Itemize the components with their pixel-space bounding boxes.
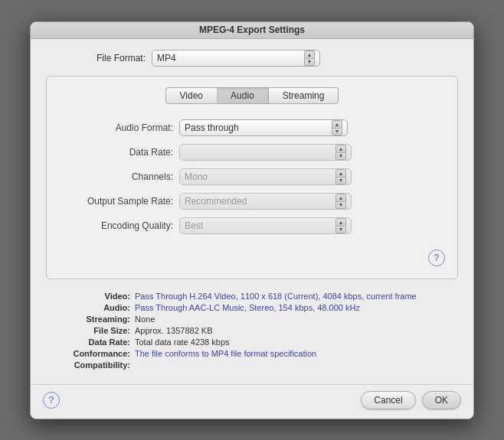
tabs-section: Video Audio Streaming Audio Format: Pass… <box>46 76 458 279</box>
stepper-down[interactable]: ▼ <box>304 58 315 66</box>
stepper-up: ▲ <box>335 194 346 201</box>
file-format-row: File Format: MP4 ▲ ▼ <box>46 50 458 67</box>
form-rows: Audio Format: Pass through ▲ ▼ Data Rate… <box>54 116 450 245</box>
stepper-up: ▲ <box>335 218 346 226</box>
file-format-label: File Format: <box>46 53 146 64</box>
sample-rate-value: Recommended <box>185 196 332 207</box>
stepper-up: ▲ <box>335 145 346 152</box>
data-rate-row: Data Rate: ▲ ▼ <box>54 144 450 161</box>
summary-datarate-value: Total data rate 4238 kbps <box>135 337 450 347</box>
summary-video: Video: Pass Through H.264 Video, 1100 x … <box>54 292 450 301</box>
summary-datarate-label: Data Rate: <box>54 337 130 347</box>
bottom-left: ? <box>43 392 60 409</box>
summary-compatibility-value <box>135 360 450 370</box>
titlebar: MPEG-4 Export Settings <box>31 22 473 39</box>
sample-rate-select: Recommended ▲ ▼ <box>179 193 352 210</box>
encoding-quality-select: Best ▲ ▼ <box>179 217 352 234</box>
channels-row: Channels: Mono ▲ ▼ <box>54 168 450 185</box>
stepper-down: ▼ <box>335 226 346 233</box>
summary-section: Video: Pass Through H.264 Video, 1100 x … <box>46 287 458 376</box>
summary-audio: Audio: Pass Through AAC-LC Music, Stereo… <box>54 303 450 312</box>
summary-audio-label: Audio: <box>54 303 130 312</box>
sample-rate-row: Output Sample Rate: Recommended ▲ ▼ <box>54 193 450 210</box>
channels-label: Channels: <box>54 171 173 182</box>
summary-filesize: File Size: Approx. 1357882 KB <box>54 326 450 335</box>
audio-format-select[interactable]: Pass through ▲ ▼ <box>179 119 348 136</box>
encoding-quality-row: Encoding Quality: Best ▲ ▼ <box>54 217 450 234</box>
summary-video-label: Video: <box>54 292 130 301</box>
ok-button[interactable]: OK <box>422 391 461 409</box>
bottom-bar: ? Cancel OK <box>31 384 473 419</box>
stepper-up: ▲ <box>335 169 346 177</box>
cancel-button[interactable]: Cancel <box>361 391 415 409</box>
summary-streaming: Streaming: None <box>54 315 450 324</box>
help-row: ? <box>54 249 450 266</box>
file-format-value: MP4 <box>157 53 301 64</box>
sample-rate-label: Output Sample Rate: <box>54 196 173 207</box>
audio-format-label: Audio Format: <box>54 122 173 133</box>
stepper-up[interactable]: ▲ <box>304 51 315 58</box>
sample-rate-stepper: ▲ ▼ <box>335 194 346 209</box>
file-format-select[interactable]: MP4 ▲ ▼ <box>152 50 320 67</box>
encoding-quality-value: Best <box>185 220 332 231</box>
channels-stepper: ▲ ▼ <box>335 169 346 184</box>
summary-conformance: Conformance: The file conforms to MP4 fi… <box>54 349 450 358</box>
data-rate-select: ▲ ▼ <box>179 144 352 161</box>
audio-format-row: Audio Format: Pass through ▲ ▼ <box>54 119 450 136</box>
tab-audio[interactable]: Audio <box>217 87 269 104</box>
bottom-right: Cancel OK <box>361 391 461 409</box>
channels-select: Mono ▲ ▼ <box>179 168 352 185</box>
summary-conformance-value: The file conforms to MP4 file format spe… <box>135 349 450 358</box>
summary-datarate: Data Rate: Total data rate 4238 kbps <box>54 337 450 347</box>
dialog-title: MPEG-4 Export Settings <box>199 24 305 35</box>
summary-filesize-value: Approx. 1357882 KB <box>135 326 450 335</box>
stepper-down: ▼ <box>335 177 346 184</box>
help-button[interactable]: ? <box>43 392 60 409</box>
audio-format-value: Pass through <box>185 122 329 133</box>
stepper-down: ▼ <box>335 152 346 160</box>
summary-video-value: Pass Through H.264 Video, 1100 x 618 (Cu… <box>135 292 450 301</box>
summary-filesize-label: File Size: <box>54 326 130 335</box>
stepper-down[interactable]: ▼ <box>332 128 342 135</box>
tab-bar: Video Audio Streaming <box>54 87 450 104</box>
stepper-down: ▼ <box>335 201 346 209</box>
channels-value: Mono <box>185 171 332 182</box>
data-rate-stepper: ▲ ▼ <box>335 145 346 160</box>
encoding-quality-label: Encoding Quality: <box>54 220 173 231</box>
dialog: MPEG-4 Export Settings File Format: MP4 … <box>30 21 474 419</box>
tab-streaming[interactable]: Streaming <box>269 87 339 104</box>
summary-streaming-value: None <box>135 315 450 324</box>
file-format-stepper[interactable]: ▲ ▼ <box>304 51 315 66</box>
panel-help-button[interactable]: ? <box>428 249 445 266</box>
summary-streaming-label: Streaming: <box>54 315 130 324</box>
tab-video[interactable]: Video <box>165 87 217 104</box>
stepper-up[interactable]: ▲ <box>332 120 342 128</box>
data-rate-label: Data Rate: <box>54 147 173 158</box>
audio-format-stepper[interactable]: ▲ ▼ <box>332 120 342 135</box>
summary-audio-value: Pass Through AAC-LC Music, Stereo, 154 k… <box>135 303 450 312</box>
summary-conformance-label: Conformance: <box>54 349 130 358</box>
summary-compatibility: Compatibility: <box>54 360 450 370</box>
summary-compatibility-label: Compatibility: <box>54 360 130 370</box>
encoding-quality-stepper: ▲ ▼ <box>335 218 346 233</box>
